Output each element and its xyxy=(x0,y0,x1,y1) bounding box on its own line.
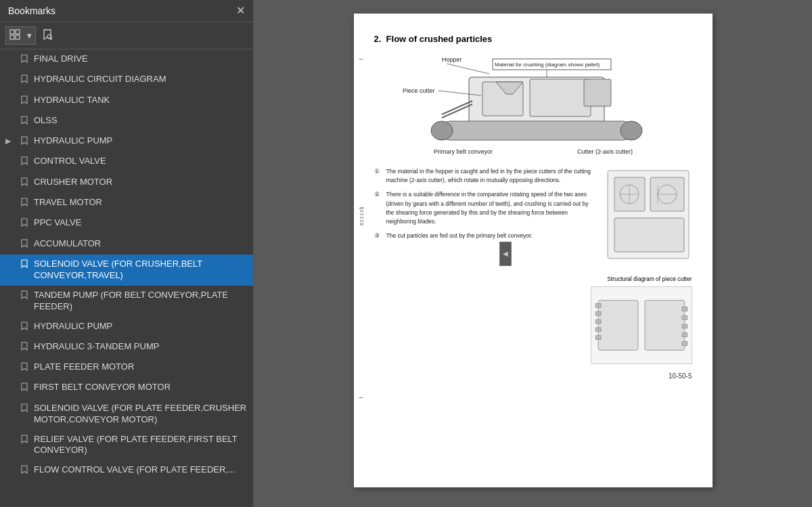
bookmarks-header: Bookmarks ✕ xyxy=(0,0,253,22)
svg-text:Cutter (2-axis cutter): Cutter (2-axis cutter) xyxy=(577,148,633,155)
bottom-section: Structural diagram of piece cutter xyxy=(374,275,692,364)
bookmark-flag-solenoid-valve-plate xyxy=(20,403,30,415)
bookmark-item-solenoid-valve-crusher[interactable]: SOLENOID VALVE (FOR CRUSHER,BELT CONVEYO… xyxy=(0,255,253,286)
collapse-panel-button[interactable]: ◀ xyxy=(499,242,512,266)
bookmark-item-hydraulic-3-tandem[interactable]: HYDRAULIC 3-TANDEM PUMP xyxy=(0,337,253,357)
bookmark-label-olss: OLSS xyxy=(34,115,248,127)
svg-rect-43 xyxy=(681,307,687,311)
page-number: 10-50-5 xyxy=(374,372,692,380)
bookmark-item-solenoid-valve-plate[interactable]: SOLENOID VALVE (FOR PLATE FEEDER,CRUSHER… xyxy=(0,399,253,430)
bookmark-item-ppc-valve[interactable]: PPC VALVE xyxy=(0,213,253,234)
svg-rect-12 xyxy=(442,121,631,140)
svg-text:Primary belt conveyor: Primary belt conveyor xyxy=(434,148,493,155)
top-diagram: Hopper Material for crushing (diagram sh… xyxy=(374,53,692,162)
bookmark-flag-tandem-pump xyxy=(20,290,30,302)
document-panel: ◀ – – – 2. Flow of crushed particles Hop… xyxy=(254,0,812,507)
bookmark-label-solenoid-valve-crusher: SOLENOID VALVE (FOR CRUSHER,BELT CONVEYO… xyxy=(34,259,248,282)
bookmark-label-tandem-pump: TANDEM PUMP (FOR BELT CONVEYOR,PLATE FEE… xyxy=(34,290,248,313)
bookmark-label-hydraulic-circuit-diagram: HYDRAULIC CIRCUIT DIAGRAM xyxy=(34,74,248,85)
svg-rect-36 xyxy=(598,301,638,351)
bookmark-item-final-drive[interactable]: FINAL DRIVE xyxy=(0,49,253,70)
bookmark-flag-control-valve xyxy=(20,156,30,168)
bookmark-flag-hydraulic-3-tandem xyxy=(20,342,30,353)
bookmark-flag-travel-motor xyxy=(20,198,30,209)
bookmark-label-control-valve: CONTROL VALVE xyxy=(34,156,248,167)
svg-rect-28 xyxy=(614,218,684,252)
bookmark-item-flow-control-valve[interactable]: FLOW CONTROL VALVE (FOR PLATE FEEDER,... xyxy=(0,460,253,481)
svg-rect-1 xyxy=(16,30,20,34)
bookmarks-title: Bookmarks xyxy=(8,5,55,16)
middle-section: 822101 ① The material in the hopper is c… xyxy=(374,167,692,265)
bookmark-flag-accumulator xyxy=(20,239,30,250)
svg-rect-45 xyxy=(681,324,687,328)
bookmark-label-solenoid-valve-plate: SOLENOID VALVE (FOR PLATE FEEDER,CRUSHER… xyxy=(34,403,248,426)
bookmark-flag-hydraulic-pump-2 xyxy=(20,322,30,333)
svg-line-7 xyxy=(447,64,489,74)
bookmark-flag-final-drive xyxy=(20,54,30,66)
structural-title: Structural diagram of piece cutter xyxy=(374,275,692,282)
bookmark-label-relief-valve: RELIEF VALVE (FOR PLATE FEEDER,FIRST BEL… xyxy=(34,434,248,457)
svg-rect-39 xyxy=(595,311,601,315)
svg-rect-40 xyxy=(595,319,601,324)
list-text-1: The material in the hopper is caught and… xyxy=(386,167,596,185)
svg-rect-46 xyxy=(681,333,687,337)
svg-line-19 xyxy=(442,104,472,118)
svg-text:Material for crushing (diagram: Material for crushing (diagram shows pal… xyxy=(495,62,600,68)
bookmark-flag-hydraulic-tank xyxy=(20,95,30,107)
bookmark-label-flow-control-valve: FLOW CONTROL VALVE (FOR PLATE FEEDER,... xyxy=(34,464,248,476)
bookmark-item-olss[interactable]: OLSS xyxy=(0,111,253,131)
bookmark-label-travel-motor: TRAVEL MOTOR xyxy=(34,197,248,208)
svg-point-14 xyxy=(621,121,642,140)
text-content: ① The material in the hopper is caught a… xyxy=(374,167,596,265)
svg-rect-16 xyxy=(530,79,591,116)
bookmark-search-button[interactable] xyxy=(39,26,56,45)
bookmark-item-tandem-pump[interactable]: TANDEM PUMP (FOR BELT CONVEYOR,PLATE FEE… xyxy=(0,286,253,317)
bookmark-label-first-belt-conveyor-motor: FIRST BELT CONVEYOR MOTOR xyxy=(34,382,248,393)
bookmark-flag-flow-control-valve xyxy=(20,465,30,477)
grid-icon xyxy=(9,29,20,42)
chevron-down-icon: ▾ xyxy=(27,30,32,41)
bookmarks-list: FINAL DRIVE HYDRAULIC CIRCUIT DIAGRAM HY… xyxy=(0,49,253,507)
text-item-1: ① The material in the hopper is caught a… xyxy=(374,167,596,185)
svg-text:Piece cutter: Piece cutter xyxy=(403,87,435,94)
text-item-3: ③ The cut particles are fed out by the p… xyxy=(374,232,596,240)
bookmark-item-accumulator[interactable]: ACCUMULATOR xyxy=(0,234,253,255)
line-marker-1: – xyxy=(359,54,363,62)
grid-view-button[interactable] xyxy=(6,27,24,44)
bookmarks-panel: Bookmarks ✕ ▾ xyxy=(0,0,254,507)
bookmark-item-hydraulic-pump-2[interactable]: HYDRAULIC PUMP xyxy=(0,317,253,337)
svg-point-13 xyxy=(431,121,453,140)
bookmark-item-travel-motor[interactable]: TRAVEL MOTOR xyxy=(0,193,253,213)
bookmark-flag-hydraulic-circuit-diagram xyxy=(20,74,30,86)
bookmark-label-hydraulic-pump: HYDRAULIC PUMP xyxy=(34,135,248,147)
document-content: ◀ – – – 2. Flow of crushed particles Hop… xyxy=(254,0,812,507)
line-marker-3: – xyxy=(359,393,363,401)
bookmark-item-hydraulic-tank[interactable]: HYDRAULIC TANK xyxy=(0,91,253,111)
svg-rect-47 xyxy=(681,342,687,346)
bookmark-item-crusher-motor[interactable]: CRUSHER MOTOR xyxy=(0,173,253,193)
bookmark-item-hydraulic-circuit-diagram[interactable]: HYDRAULIC CIRCUIT DIAGRAM xyxy=(0,70,253,90)
bookmarks-toolbar: ▾ xyxy=(0,22,253,49)
svg-rect-37 xyxy=(644,301,684,351)
bookmark-item-hydraulic-pump[interactable]: ▶ HYDRAULIC PUMP xyxy=(0,131,253,152)
bookmark-label-accumulator: ACCUMULATOR xyxy=(34,238,248,250)
page-container: – – – 2. Flow of crushed particles Hoppe… xyxy=(354,14,713,487)
svg-rect-44 xyxy=(681,315,687,319)
bookmark-label-plate-feeder-motor: PLATE FEEDER MOTOR xyxy=(34,361,248,373)
bookmark-label-ppc-valve: PPC VALVE xyxy=(34,217,248,229)
dropdown-arrow-button[interactable]: ▾ xyxy=(24,28,35,43)
svg-rect-3 xyxy=(16,35,20,39)
bookmark-item-first-belt-conveyor-motor[interactable]: FIRST BELT CONVEYOR MOTOR xyxy=(0,378,253,398)
bookmark-item-plate-feeder-motor[interactable]: PLATE FEEDER MOTOR xyxy=(0,357,253,378)
toolbar-btn-group: ▾ xyxy=(5,26,36,45)
bookmark-label-hydraulic-pump-2: HYDRAULIC PUMP xyxy=(34,321,248,332)
bookmark-item-control-valve[interactable]: CONTROL VALVE xyxy=(0,152,253,172)
expand-icon-hydraulic-pump: ▶ xyxy=(5,136,16,146)
list-num-3: ③ xyxy=(374,232,384,240)
bookmark-flag-first-belt-conveyor-motor xyxy=(20,382,30,394)
bookmark-label-hydraulic-tank: HYDRAULIC TANK xyxy=(34,95,248,106)
svg-rect-17 xyxy=(584,79,611,106)
bookmark-flag-olss xyxy=(20,116,30,127)
bookmark-item-relief-valve[interactable]: RELIEF VALVE (FOR PLATE FEEDER,FIRST BEL… xyxy=(0,430,253,461)
close-button[interactable]: ✕ xyxy=(236,5,245,16)
